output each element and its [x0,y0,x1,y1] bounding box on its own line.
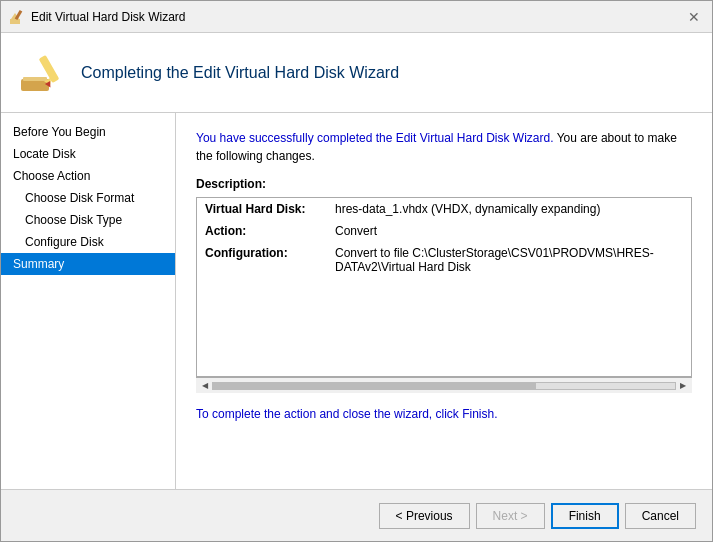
cancel-button[interactable]: Cancel [625,503,696,529]
table-row: Configuration: Convert to file C:\Cluste… [197,242,691,278]
sidebar-item-summary[interactable]: Summary [1,253,175,275]
wizard-window: Edit Virtual Hard Disk Wizard ✕ Completi… [0,0,713,542]
label-virtual-hard-disk: Virtual Hard Disk: [197,198,327,220]
value-configuration: Convert to file C:\ClusterStorage\CSV01\… [327,242,691,278]
header-title: Completing the Edit Virtual Hard Disk Wi… [81,64,399,82]
label-action: Action: [197,220,327,242]
finish-link: Finish [462,407,494,421]
value-action: Convert [327,220,691,242]
title-bar: Edit Virtual Hard Disk Wizard ✕ [1,1,712,33]
finish-instruction: To complete the action and close the wiz… [196,407,692,421]
wizard-icon [9,9,25,25]
sidebar-item-locate-disk[interactable]: Locate Disk [1,143,175,165]
sidebar-item-choose-action[interactable]: Choose Action [1,165,175,187]
footer: < Previous Next > Finish Cancel [1,489,712,541]
description-table: Virtual Hard Disk: hres-data_1.vhdx (VHD… [197,198,691,278]
horizontal-scrollbar[interactable]: ◀ ▶ [196,377,692,393]
svg-rect-0 [10,19,20,24]
finish-button[interactable]: Finish [551,503,619,529]
sidebar-item-choose-disk-format[interactable]: Choose Disk Format [1,187,175,209]
value-virtual-hard-disk: hres-data_1.vhdx (VHDX, dynamically expa… [327,198,691,220]
finish-instruction-post: . [494,407,497,421]
content-intro: You have successfully completed the Edit… [196,129,692,165]
close-button[interactable]: ✕ [684,7,704,27]
label-configuration: Configuration: [197,242,327,278]
scroll-track[interactable] [212,382,676,390]
previous-button[interactable]: < Previous [379,503,470,529]
sidebar: Before You Begin Locate Disk Choose Acti… [1,113,176,489]
scroll-thumb[interactable] [213,383,536,389]
next-button[interactable]: Next > [476,503,545,529]
finish-instruction-pre: To complete the action and close the wiz… [196,407,462,421]
header-section: Completing the Edit Virtual Hard Disk Wi… [1,33,712,113]
sidebar-item-before-you-begin[interactable]: Before You Begin [1,121,175,143]
svg-rect-4 [23,77,47,81]
description-label: Description: [196,177,692,191]
title-bar-left: Edit Virtual Hard Disk Wizard [9,9,186,25]
description-box: Virtual Hard Disk: hres-data_1.vhdx (VHD… [196,197,692,377]
sidebar-item-choose-disk-type[interactable]: Choose Disk Type [1,209,175,231]
header-icon [17,49,65,97]
content-area: You have successfully completed the Edit… [176,113,712,489]
intro-highlight: You have successfully completed the Edit… [196,131,554,145]
window-title: Edit Virtual Hard Disk Wizard [31,10,186,24]
main-content: Before You Begin Locate Disk Choose Acti… [1,113,712,489]
table-row: Virtual Hard Disk: hres-data_1.vhdx (VHD… [197,198,691,220]
table-row: Action: Convert [197,220,691,242]
sidebar-item-configure-disk[interactable]: Configure Disk [1,231,175,253]
header-pencil-icon [17,49,65,97]
scroll-left-arrow[interactable]: ◀ [198,379,212,392]
scroll-right-arrow[interactable]: ▶ [676,379,690,392]
